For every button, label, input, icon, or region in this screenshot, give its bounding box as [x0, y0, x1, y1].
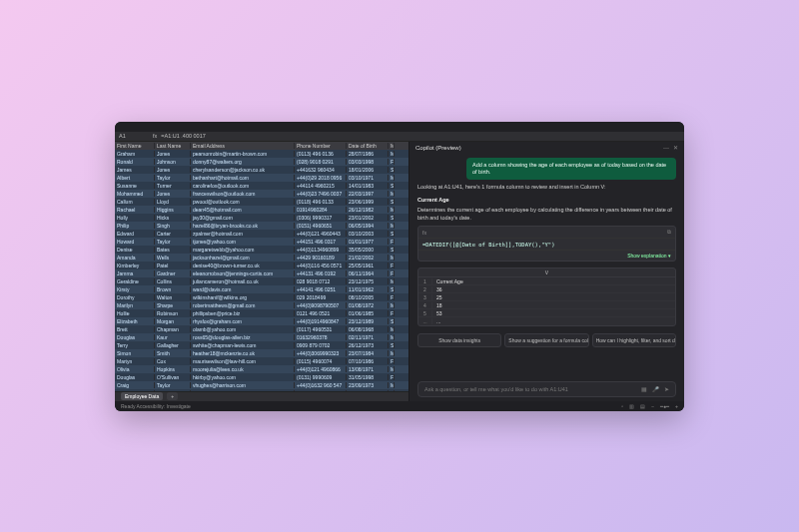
table-row[interactable]: EdwardCarterzpalmer@hotmail.com+44(0)121… [115, 230, 408, 238]
table-row[interactable]: SusanneTurnercarolinefox@outlook.com+441… [115, 182, 408, 190]
formula-explanation: Determines the current age of each emplo… [417, 207, 676, 222]
copy-formula-icon[interactable]: ⧉ [667, 229, 671, 236]
mic-icon[interactable]: 🎤 [652, 386, 659, 392]
copilot-panel: Copilot (Preview) ⋯ ✕ Add a column showi… [408, 142, 684, 401]
user-message: Add a column showing the age of each emp… [466, 158, 676, 180]
col-marital[interactable]: M [389, 143, 395, 149]
sheet-tabs: Employee Data + [115, 391, 408, 401]
suggestion-chips: Show data insights Show a suggestion for… [417, 333, 676, 347]
formula-text[interactable]: =DATEDIF([@[Date of Birth]],TODAY(),"Y") [422, 242, 554, 248]
table-row[interactable]: RachaelHigginsdean45@hotmail.com01914960… [115, 206, 408, 214]
status-left: Ready Accessibility: Investigate [121, 403, 191, 409]
spreadsheet-area[interactable]: First Name Last Name Email Address Phone… [115, 142, 408, 401]
view-break-icon[interactable]: ▤ [640, 403, 645, 409]
table-row[interactable]: HollyHicksjay30@gmail.com(0306) 99903172… [115, 214, 408, 222]
column-headers: First Name Last Name Email Address Phone… [115, 142, 408, 150]
send-icon[interactable]: ➤ [664, 386, 669, 392]
table-row[interactable]: JamesJonescherylsanderson@jackson.co.uk+… [115, 166, 408, 174]
table-row[interactable]: GeraldineCollinsjuliancameron@hotmail.co… [115, 277, 408, 285]
preview-row: 553 [418, 309, 675, 317]
fx-icon[interactable]: fx [153, 133, 157, 139]
table-row[interactable]: RonaldJohnsondonny87@walters.org(028) 90… [115, 158, 408, 166]
chip-insights[interactable]: Show data insights [417, 333, 501, 347]
formula-section-heading: Current Age [417, 197, 676, 203]
table-row[interactable]: HollieRobinsonphillipsben@price.biz0121 … [115, 309, 408, 317]
titlebar [115, 122, 684, 132]
col-phone[interactable]: Phone Number [295, 143, 347, 149]
col-dob[interactable]: Date of Birth [347, 143, 389, 149]
table-row[interactable]: KimberleyPateldenise40@brown-turner.co.u… [115, 262, 408, 269]
table-row[interactable]: TerryGallagherswhite@chapman-lewis.com09… [115, 341, 408, 349]
table-row[interactable]: DouglasKaurross65@douglas-allen.biz01632… [115, 333, 408, 341]
tab-employee-data[interactable]: Employee Data [121, 392, 163, 400]
cell-reference-box[interactable]: A1 [119, 133, 149, 139]
table-row[interactable]: CraigTaylorvhughes@harrison.com+44(0)163… [115, 381, 408, 389]
table-row[interactable]: DeniseBatesmargaretwebb@yahoo.com+44(0)1… [115, 246, 408, 254]
table-row[interactable]: SimonSmithheather18@mckenzie.co.uk+44(0)… [115, 349, 408, 357]
preview-row: 236 [418, 285, 675, 293]
excel-window: A1 fx =A1:U1 .400 0017 First Name Last N… [115, 122, 684, 411]
preview-column-header: V [418, 268, 675, 277]
preview-row: ...... [418, 317, 675, 325]
col-email[interactable]: Email Address [191, 143, 295, 149]
chip-formula-suggestion[interactable]: Show a suggestion for a formula column [504, 333, 588, 347]
table-row[interactable]: AlbertTaylorbethanhart@hotmail.com+44(0)… [115, 174, 408, 182]
table-row[interactable]: DouglasO'Sullivanhkirby@yahoo.com(0131) … [115, 373, 408, 381]
table-row[interactable]: CallumLloydpwood@outlook.com(0118) 496 0… [115, 198, 408, 206]
table-row[interactable]: MohammedJonesfranceswilson@outlook.com+4… [115, 190, 408, 198]
table-row[interactable]: MartynCoxmaurisewilson@law-hill.com(0115… [115, 357, 408, 365]
table-row[interactable]: BrettChapmanolamb@yahoo.com(0117) 496053… [115, 325, 408, 333]
show-explanation-link[interactable]: Show explanation ▾ [418, 251, 675, 261]
copilot-close-icon[interactable]: ✕ [673, 144, 678, 151]
table-row[interactable]: KirstyBrownward@davis.com+44141 496 0251… [115, 285, 408, 293]
table-row[interactable]: GrahamJonespearsonrobin@martin-brown.com… [115, 150, 408, 158]
copilot-more-icon[interactable]: ⋯ [663, 144, 669, 151]
preview-row: 1Current Age [418, 277, 675, 285]
preview-row: 325 [418, 293, 675, 301]
table-row[interactable]: PhilipSinghhazel86@bryan-brooks.co.uk(01… [115, 222, 408, 230]
table-row[interactable]: ElizabethMorganrhysfox@graham.com+44(0)1… [115, 317, 408, 325]
col-first-name[interactable]: First Name [115, 143, 155, 149]
input-placeholder: Ask a question, or tell me what you'd li… [424, 386, 568, 392]
table-row[interactable]: OliviaHopkinsmoorejulia@lees.co.uk+44(0)… [115, 365, 408, 373]
table-row[interactable]: MarilynSharperobertmatthews@gmail.com+44… [115, 301, 408, 309]
zoom-in-icon[interactable]: + [675, 403, 678, 409]
view-normal-icon[interactable]: ▫ [621, 403, 623, 409]
zoom-slider[interactable]: ━●━ [660, 403, 669, 409]
zoom-out-icon[interactable]: − [651, 403, 654, 409]
preview-row: 418 [418, 301, 675, 309]
preview-table: V 1Current Age236325418553...... [417, 267, 676, 326]
formula-input[interactable]: =A1:U1 .400 0017 [161, 133, 206, 139]
chip-highlight-sort[interactable]: How can I highlight, filter, and sort da… [592, 333, 676, 347]
status-bar: Ready Accessibility: Investigate ▫ ▥ ▤ −… [115, 401, 684, 411]
copilot-input[interactable]: Ask a question, or tell me what you'd li… [417, 381, 676, 397]
formula-bar: A1 fx =A1:U1 .400 0017 [115, 132, 684, 142]
formula-box: fx ⧉ =DATEDIF([@[Date of Birth]],TODAY()… [417, 226, 676, 262]
copilot-response-intro: Looking at A1:U41, here's 1 formula colu… [417, 184, 676, 191]
attach-icon[interactable]: ▦ [641, 386, 647, 392]
data-rows[interactable]: GrahamJonespearsonrobin@martin-brown.com… [115, 150, 408, 391]
table-row[interactable]: AmandaWellsjacksonhazel@gmail.com+4429 9… [115, 254, 408, 262]
table-row[interactable]: JammaGardnereleanorrobson@jennings-curti… [115, 269, 408, 277]
view-layout-icon[interactable]: ▥ [629, 403, 634, 409]
copilot-title: Copilot (Preview) [415, 145, 461, 151]
col-last-name[interactable]: Last Name [155, 143, 191, 149]
add-sheet-button[interactable]: + [167, 392, 178, 400]
fx-icon: fx [422, 230, 432, 236]
table-row[interactable]: HowardTaylortjones@yahoo.com+44151 496 0… [115, 238, 408, 246]
table-row[interactable]: DorothyWaltonwilkinshanif@wilkins.org029… [115, 293, 408, 301]
